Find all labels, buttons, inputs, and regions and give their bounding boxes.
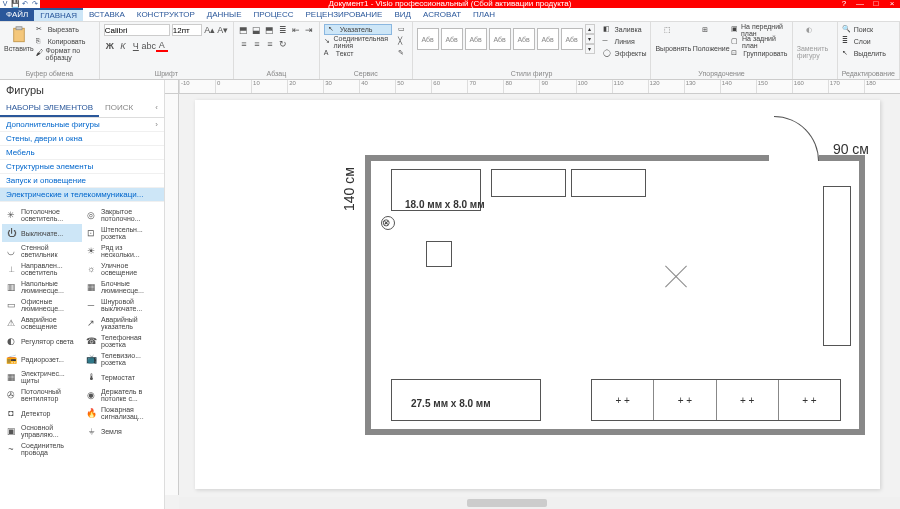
font-size-input[interactable] bbox=[172, 24, 202, 36]
shape-master[interactable]: ☼Уличное освещение bbox=[82, 260, 162, 278]
font-name-input[interactable] bbox=[104, 24, 170, 36]
underline-button[interactable]: Ч bbox=[130, 40, 142, 52]
strike-button[interactable]: abc bbox=[143, 40, 155, 52]
position-button[interactable]: ⊞Положение bbox=[693, 24, 729, 54]
cut-button[interactable]: ✂Вырезать bbox=[36, 24, 95, 35]
fill-button[interactable]: ◧Заливка bbox=[603, 24, 647, 35]
stencil-item[interactable]: Дополнительные фигуры› bbox=[0, 118, 164, 132]
style-thumb[interactable]: Aбв bbox=[513, 28, 535, 50]
shape-master[interactable]: 🔥Пожарная сигнализац... bbox=[82, 404, 162, 422]
tab-insert[interactable]: ВСТАВКА bbox=[83, 8, 131, 21]
style-thumb[interactable]: Aбв bbox=[465, 28, 487, 50]
shape-master[interactable]: ◉Держатель в потолке с... bbox=[82, 386, 162, 404]
shape-master[interactable]: ▥Напольные люминесце... bbox=[2, 278, 82, 296]
drawing-page[interactable]: 140 см 90 см 18.0 мм x 8.0 мм ⊗ 27.5 мм … bbox=[195, 100, 880, 489]
copy-button[interactable]: ⎘Копировать bbox=[36, 36, 95, 47]
collapse-panel-icon[interactable]: ‹ bbox=[149, 100, 164, 117]
shape-master[interactable]: ✇Потолочный вентилятор bbox=[2, 386, 82, 404]
stencil-item[interactable]: Запуск и оповещение bbox=[0, 174, 164, 188]
ceiling-fixture[interactable] bbox=[661, 261, 691, 291]
shelf-shape[interactable] bbox=[823, 186, 851, 346]
tab-plan[interactable]: ПЛАН bbox=[467, 8, 501, 21]
italic-button[interactable]: К bbox=[117, 40, 129, 52]
shapes-tab-stencils[interactable]: НАБОРЫ ЭЛЕМЕНТОВ bbox=[0, 100, 99, 117]
dimension-vertical[interactable]: 140 см bbox=[341, 167, 357, 211]
stencil-item[interactable]: Электрические и телекоммуникаци... bbox=[0, 188, 164, 202]
style-thumb[interactable]: Aбв bbox=[417, 28, 439, 50]
tab-home[interactable]: ГЛАВНАЯ bbox=[34, 8, 83, 21]
stencil-item[interactable]: Стены, двери и окна bbox=[0, 132, 164, 146]
sofa-shape[interactable]: + ++ ++ ++ + bbox=[591, 379, 841, 421]
shape-master[interactable]: 🌡Термостат bbox=[82, 368, 162, 386]
furniture-shape[interactable] bbox=[426, 241, 452, 267]
undo-icon[interactable]: ↶ bbox=[20, 0, 30, 8]
indent-dec-icon[interactable]: ⇤ bbox=[290, 24, 302, 36]
find-button[interactable]: 🔍Поиск bbox=[842, 24, 886, 35]
shape-master[interactable]: ▣Основной управляю... bbox=[2, 422, 82, 440]
shape-master[interactable]: ⟂Направлен... осветитель bbox=[2, 260, 82, 278]
freeform-tool[interactable]: ✎ bbox=[398, 48, 408, 59]
align-right-icon[interactable]: ≡ bbox=[264, 38, 276, 50]
rectangle-tool[interactable]: ▭ bbox=[398, 24, 408, 35]
format-painter-button[interactable]: 🖌Формат по образцу bbox=[36, 48, 95, 59]
align-center-icon[interactable]: ≡ bbox=[251, 38, 263, 50]
bullets-icon[interactable]: ≣ bbox=[277, 24, 289, 36]
shape-master[interactable]: 📺Телевизио... розетка bbox=[82, 350, 162, 368]
scrollbar-thumb[interactable] bbox=[467, 499, 547, 507]
minimize-icon[interactable]: — bbox=[852, 0, 868, 8]
stencil-item[interactable]: Мебель bbox=[0, 146, 164, 160]
align-left-icon[interactable]: ≡ bbox=[238, 38, 250, 50]
gallery-more-icon[interactable]: ▾ bbox=[585, 44, 595, 54]
door-arc[interactable] bbox=[774, 116, 819, 161]
shapes-tab-search[interactable]: ПОИСК bbox=[99, 100, 139, 117]
shape-master[interactable]: ⏚Земля bbox=[82, 422, 162, 440]
align-top-icon[interactable]: ⬒ bbox=[238, 24, 250, 36]
line-tool[interactable]: ╳ bbox=[398, 36, 408, 47]
shape-master[interactable]: ▦Электричес... щиты bbox=[2, 368, 82, 386]
furniture-shape[interactable] bbox=[571, 169, 646, 197]
close-icon[interactable]: × bbox=[884, 0, 900, 8]
shape-master[interactable]: ↗Аварийный указатель bbox=[82, 314, 162, 332]
stencil-item[interactable]: Структурные элементы bbox=[0, 160, 164, 174]
tab-data[interactable]: ДАННЫЕ bbox=[201, 8, 248, 21]
furniture-shape[interactable] bbox=[491, 169, 566, 197]
shape-master[interactable]: ◎Закрытое потолочно... bbox=[82, 206, 162, 224]
shape-master[interactable]: ◐Регулятор света bbox=[2, 332, 82, 350]
align-bottom-icon[interactable]: ⬒ bbox=[264, 24, 276, 36]
maximize-icon[interactable]: □ bbox=[868, 0, 884, 8]
shape-master[interactable]: ▭Офисные люминесце... bbox=[2, 296, 82, 314]
shape-master[interactable]: ▦Блочные люминесце... bbox=[82, 278, 162, 296]
shape-master[interactable]: ─Шнуровой выключате... bbox=[82, 296, 162, 314]
dimension-horizontal[interactable]: 90 см bbox=[833, 141, 869, 157]
select-button[interactable]: ↖Выделить bbox=[842, 48, 886, 59]
shape-master[interactable]: ⏻Выключате... bbox=[2, 224, 82, 242]
shape-master[interactable]: ⚠Аварийное освещение bbox=[2, 314, 82, 332]
layers-button[interactable]: ≣Слои bbox=[842, 36, 886, 47]
help-icon[interactable]: ? bbox=[836, 0, 852, 8]
style-thumb[interactable]: Aбв bbox=[561, 28, 583, 50]
style-gallery[interactable]: Aбв Aбв Aбв Aбв Aбв Aбв Aбв ▴▾▾ bbox=[417, 24, 595, 54]
redo-icon[interactable]: ↷ bbox=[30, 0, 40, 8]
shape-master[interactable]: ◡Стенной светильник bbox=[2, 242, 82, 260]
tab-view[interactable]: ВИД bbox=[388, 8, 417, 21]
font-color-button[interactable]: A bbox=[156, 40, 168, 52]
shape-master[interactable]: ☎Телефонная розетка bbox=[82, 332, 162, 350]
tab-process[interactable]: ПРОЦЕСС bbox=[248, 8, 300, 21]
shape-master[interactable] bbox=[82, 440, 162, 458]
tab-acrobat[interactable]: ACROBAT bbox=[417, 8, 467, 21]
style-thumb[interactable]: Aбв bbox=[537, 28, 559, 50]
style-thumb[interactable]: Aбв bbox=[489, 28, 511, 50]
shape-master[interactable]: ☀Ряд из нескольки... bbox=[82, 242, 162, 260]
effects-button[interactable]: ◯Эффекты bbox=[603, 48, 647, 59]
bold-button[interactable]: Ж bbox=[104, 40, 116, 52]
paste-button[interactable]: Вставить bbox=[4, 24, 34, 54]
grow-font-icon[interactable]: A▴ bbox=[204, 24, 216, 36]
bring-front-button[interactable]: ▣На передний план bbox=[731, 24, 788, 35]
group-button[interactable]: ⊡Группировать bbox=[731, 48, 788, 59]
send-back-button[interactable]: ▢На задний план bbox=[731, 36, 788, 47]
tab-review[interactable]: РЕЦЕНЗИРОВАНИЕ bbox=[299, 8, 388, 21]
align-middle-icon[interactable]: ⬓ bbox=[251, 24, 263, 36]
indent-inc-icon[interactable]: ⇥ bbox=[303, 24, 315, 36]
gallery-down-icon[interactable]: ▾ bbox=[585, 34, 595, 44]
save-icon[interactable]: 💾 bbox=[10, 0, 20, 8]
